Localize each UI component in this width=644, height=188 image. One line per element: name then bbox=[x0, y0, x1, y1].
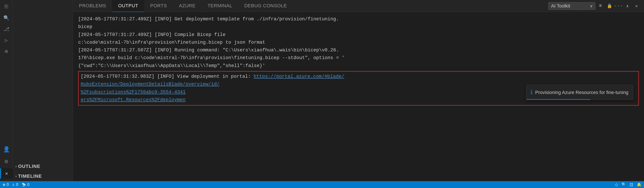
tab-debug-console[interactable]: DEBUG CONSOLE bbox=[238, 0, 293, 12]
status-position[interactable]: ◇ bbox=[615, 182, 618, 187]
portal-link-4[interactable]: ers%2FMicrosoft.Resources%2Fdeploymen bbox=[81, 97, 186, 102]
toast-message: Provisioning Azure Resources for fine-tu… bbox=[535, 89, 628, 96]
status-bar: ⊗ 0 ⚠ 0 📡 0 ◇ 🔍 ⊡ 🔔 bbox=[0, 181, 644, 188]
tab-output[interactable]: OUTPUT bbox=[112, 0, 144, 12]
sidebar-icon-search[interactable]: 🔍 bbox=[1, 13, 12, 23]
dropdown-chevron-icon: ∨ bbox=[590, 4, 593, 8]
status-errors[interactable]: ⊗ 0 ⚠ 0 bbox=[2, 183, 18, 187]
more-icon: ··· bbox=[614, 3, 623, 8]
portal-link[interactable]: https://portal.azure.com/#blade/ bbox=[254, 74, 344, 79]
tab-terminal-label: TERMINAL bbox=[208, 3, 232, 8]
toast-notification: ℹ Provisioning Azure Resources for fine-… bbox=[526, 85, 633, 100]
signal-count: 0 bbox=[27, 183, 30, 187]
error-icon: ⊗ bbox=[2, 183, 5, 187]
highlighted-output-block: [2024-05-17T07:31:32.983Z] [INFO] View d… bbox=[78, 71, 639, 105]
status-layout[interactable]: ⊡ bbox=[630, 182, 633, 187]
output-line-3: [2024-05-17T07:31:27.507Z] [INFO] Runnin… bbox=[78, 46, 639, 70]
portal-link-2[interactable]: HubsExtension/DeploymentDetailsBlade/ove… bbox=[81, 82, 220, 87]
ai-toolkit-dropdown[interactable]: AI Toolkit ∨ bbox=[548, 2, 596, 10]
from-text: from bbox=[242, 16, 254, 22]
output-area[interactable]: [2024-05-17T07:31:27.489Z] [INFO] Get de… bbox=[73, 12, 644, 181]
tab-ports[interactable]: PORTS bbox=[144, 0, 173, 12]
filter-button[interactable]: ≡ bbox=[596, 2, 604, 10]
filter-icon: ≡ bbox=[599, 3, 602, 8]
warning-icon: ⚠ bbox=[12, 183, 15, 187]
tab-bar: PROBLEMS OUTPUT PORTS AZURE TERMINAL DEB… bbox=[73, 0, 644, 12]
tab-azure[interactable]: AZURE bbox=[173, 0, 202, 12]
chevron-icon-2: › bbox=[16, 174, 17, 178]
info-icon: ℹ bbox=[530, 88, 532, 97]
tab-problems[interactable]: PROBLEMS bbox=[73, 0, 112, 12]
status-bar-right: ◇ 🔍 ⊡ 🔔 bbox=[615, 182, 642, 187]
sidebar-icon-git[interactable]: ⎇ bbox=[1, 24, 12, 34]
close-icon: ✕ bbox=[636, 4, 638, 8]
timeline-section: › TIMELINE bbox=[13, 171, 73, 181]
status-zoom[interactable]: 🔍 bbox=[622, 182, 626, 187]
tab-azure-label: AZURE bbox=[179, 3, 196, 8]
sidebar-icon-settings[interactable]: ⚙ bbox=[1, 156, 12, 167]
sidebar-bottom-group: 👤 ⚙ ✕ bbox=[0, 144, 13, 181]
tab-bar-right: AI Toolkit ∨ ≡ 🔒 ··· ∧ ✕ bbox=[548, 2, 644, 10]
warning-count: 0 bbox=[16, 183, 18, 187]
error-count: 0 bbox=[7, 183, 9, 187]
close-panel-button[interactable]: ✕ bbox=[632, 2, 640, 10]
zoom-icon: 🔍 bbox=[622, 182, 626, 187]
tab-terminal[interactable]: TERMINAL bbox=[202, 0, 238, 12]
position-icon: ◇ bbox=[615, 182, 618, 187]
bell-icon: 🔔 bbox=[637, 182, 642, 187]
status-bell[interactable]: 🔔 bbox=[637, 182, 642, 187]
sidebar-icon-extensions[interactable]: ⊞ bbox=[1, 46, 12, 57]
signal-icon: 📡 bbox=[22, 183, 26, 187]
output-line-1: [2024-05-17T07:31:27.489Z] [INFO] Get de… bbox=[78, 15, 639, 31]
sidebar-icon-xmark[interactable]: ✕ bbox=[0, 168, 13, 179]
layout-icon: ⊡ bbox=[630, 182, 633, 187]
outline-item[interactable]: › OUTLINE bbox=[13, 162, 73, 171]
collapse-button[interactable]: ∧ bbox=[624, 2, 632, 10]
sidebar-icon-debug[interactable]: ▷ bbox=[1, 35, 12, 45]
sidebar-icon-account[interactable]: 👤 bbox=[1, 144, 12, 155]
toast-progress-bar bbox=[526, 99, 590, 100]
tab-ports-label: PORTS bbox=[150, 3, 167, 8]
more-button[interactable]: ··· bbox=[614, 2, 622, 10]
timeline-item[interactable]: › TIMELINE bbox=[13, 172, 73, 180]
lock-icon: 🔒 bbox=[607, 3, 612, 8]
chevron-icon: › bbox=[16, 165, 17, 168]
chevron-up-icon: ∧ bbox=[626, 4, 629, 8]
sidebar: ⎘ 🔍 ⎇ ▷ ⊞ 👤 ⚙ ✕ bbox=[0, 0, 13, 181]
lock-button[interactable]: 🔒 bbox=[605, 2, 614, 10]
tab-problems-label: PROBLEMS bbox=[79, 3, 106, 8]
outline-label: OUTLINE bbox=[18, 164, 40, 169]
tab-output-label: OUTPUT bbox=[118, 3, 138, 8]
portal-link-3[interactable]: %2Fsubscriptions%2F1756abc0-3554-4341 bbox=[81, 90, 186, 95]
output-line-2: [2024-05-17T07:31:27.489Z] [INFO] Compil… bbox=[78, 31, 639, 47]
timeline-label: TIMELINE bbox=[18, 174, 42, 179]
sidebar-icon-explorer[interactable]: ⎘ bbox=[1, 2, 12, 12]
side-panel: › OUTLINE › TIMELINE bbox=[13, 0, 73, 181]
outline-section: › OUTLINE bbox=[13, 162, 73, 171]
tab-debug-console-label: DEBUG CONSOLE bbox=[244, 3, 287, 8]
main-content: PROBLEMS OUTPUT PORTS AZURE TERMINAL DEB… bbox=[73, 0, 644, 181]
status-signal[interactable]: 📡 0 bbox=[22, 183, 30, 187]
dropdown-label: AI Toolkit bbox=[551, 3, 570, 9]
